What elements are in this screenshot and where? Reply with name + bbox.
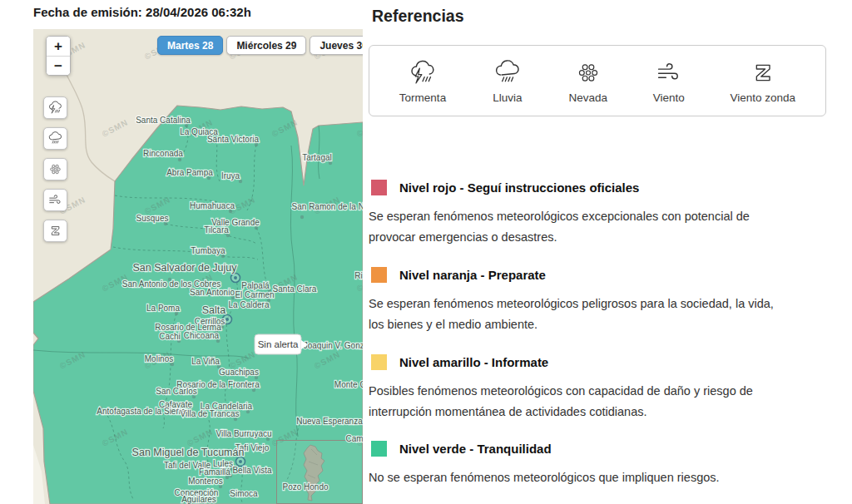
level-naranja-swatch (371, 267, 387, 283)
city-label-san-antonio: San Antonio (190, 288, 235, 297)
alert-level-naranja: Nivel naranja - PreparateSe esperan fenó… (369, 267, 835, 336)
alert-level-header: Nivel rojo - Seguí instrucciones oficial… (369, 180, 835, 195)
day-tab-martes-28[interactable]: Martes 28 (157, 36, 223, 55)
city-label-abra-pampa: Abra Pampa (166, 168, 213, 177)
city-label-joaquin-v-gonza: Joaquin V. Gonza (304, 341, 363, 350)
lluvia-filter-button[interactable] (43, 127, 67, 150)
city-label-ri: Ri (354, 271, 362, 280)
city-label-humahuaca: Humahuaca (190, 201, 235, 210)
emission-date: Fecha de emisión: 28/04/2026 06:32h (33, 5, 251, 19)
reference-item-viento: Viento (651, 58, 687, 104)
map-edge-sliver (33, 445, 45, 504)
city-label-tartagal: Tartagal (302, 153, 332, 162)
day-tab-mi-rcoles-29[interactable]: Miércoles 29 (226, 36, 306, 55)
viento-zonda-icon (47, 223, 63, 239)
reference-item-label: Tormenta (399, 91, 446, 104)
city-label-palpal: Palpalá (241, 281, 270, 290)
city-label-san-carlos: San Carlos (156, 387, 196, 396)
city-label-bella-vista: Bella Vista (232, 466, 272, 475)
reference-item-nevada: Nevada (569, 58, 608, 104)
level-rojo-description: Se esperan fenómenos meteorológicos exce… (369, 206, 789, 249)
lluvia-icon (47, 131, 63, 146)
references-title: Referencias (372, 7, 835, 26)
reference-item-label: Viento zonda (731, 91, 796, 104)
smn-watermark: ©SMN (101, 117, 130, 138)
city-label-susques: Susques (136, 214, 169, 223)
map-zoom-control: + − (46, 36, 71, 76)
viento-icon (47, 192, 63, 208)
city-label-pozo-hondo: Pozo Hondo (282, 482, 328, 492)
references-legend-box: TormentaLluviaNevadaVientoViento zonda (369, 45, 826, 116)
city-label-monte-q: Monte Q (334, 380, 363, 389)
weather-filter-buttons (43, 96, 67, 242)
zoom-out-button[interactable]: − (47, 56, 70, 75)
nevada-filter-button[interactable] (43, 158, 67, 180)
city-label-san-salvador-de-jujuy: San Salvador de Jujuy (132, 262, 237, 274)
alert-level-rojo: Nivel rojo - Seguí instrucciones oficial… (369, 180, 835, 249)
city-label-antofagasta-de-la-sierra: Antofagasta de la Sierra (97, 407, 186, 416)
city-label-guachipas: Guachipas (219, 368, 259, 377)
city-label-iruya: Iruya (221, 171, 240, 180)
city-label-chicoana: Chicoana (184, 331, 220, 340)
viento-icon (651, 58, 687, 87)
city-label-cam: Cam (345, 434, 363, 443)
city-label-santa-victoria: Santa Victoria (207, 135, 260, 144)
city-label-la-poma: La Poma (146, 304, 180, 313)
level-verde-title: Nivel verde - Tranquilidad (399, 442, 552, 456)
reference-item-label: Viento (653, 91, 685, 104)
map-canvas: ©SMN©SMN©SMN©SMN©SMN©SMN©SMN©SMN©SMN©SMN… (33, 29, 363, 504)
city-label-simoca: Simoca (230, 489, 258, 498)
city-label-aguilares: Aguilares (181, 495, 216, 504)
nevada-icon (570, 58, 607, 87)
argentina-inset-minimap (277, 441, 363, 504)
level-amarillo-description: Posibles fenómenos meteorológicos con ca… (369, 381, 789, 423)
level-rojo-swatch (371, 180, 387, 195)
weather-alert-map[interactable]: ©SMN©SMN©SMN©SMN©SMN©SMN©SMN©SMN©SMN©SMN… (33, 29, 363, 504)
lluvia-icon (489, 58, 526, 87)
city-label-nueva-esperanza: Nueva Esperanza (296, 417, 363, 426)
map-tooltip-text: Sin alerta (258, 339, 299, 349)
alert-level-header: Nivel verde - Tranquilidad (369, 441, 835, 457)
alert-level-header: Nivel naranja - Preparate (369, 267, 835, 283)
forecast-day-tabs: Martes 28Miércoles 29Jueves 30 (157, 36, 363, 55)
capital-marker-center (225, 318, 229, 321)
references-panel: Referencias TormentaLluviaNevadaVientoVi… (369, 0, 835, 504)
city-label-cachi: Cachi (159, 332, 181, 341)
city-label-san-miguel-de-tucum-n: San Miguel de Tucumán (132, 447, 245, 458)
city-label-monteros: Monteros (188, 477, 223, 486)
city-label-villa-burruyacu: Villa Burruyacu (215, 429, 271, 438)
capital-marker-center (234, 276, 237, 279)
city-label-santa-clara: Santa Clara (273, 284, 317, 294)
level-naranja-title: Nivel naranja - Preparate (399, 268, 546, 282)
city-label-tilcara: Tilcara (204, 225, 229, 235)
tormenta-icon (47, 100, 63, 116)
zoom-in-button[interactable]: + (47, 37, 70, 56)
capital-marker-center (239, 460, 242, 463)
level-naranja-description: Se esperan fenómenos meteorológicos peli… (369, 294, 789, 336)
alert-levels-list: Nivel rojo - Seguí instrucciones oficial… (369, 180, 835, 489)
viento-filter-button[interactable] (43, 189, 67, 211)
viento-zonda-filter-button[interactable] (43, 220, 67, 242)
city-label-la-caldera: La Caldera (229, 300, 270, 309)
day-tab-jueves-30[interactable]: Jueves 30 (310, 36, 363, 55)
city-label-famaill: Famaillá (199, 467, 230, 477)
reference-item-lluvia: Lluvia (489, 58, 526, 104)
city-label-la-vi-a: La Viña (191, 357, 220, 366)
reference-item-label: Lluvia (493, 91, 522, 104)
city-label-san-ramon-de-la-nu: San Ramon de la Nu (292, 202, 363, 211)
tormenta-filter-button[interactable] (43, 96, 67, 119)
city-marker-dot (178, 158, 181, 161)
city-label-molinos: Molinos (145, 354, 173, 363)
level-verde-swatch (371, 441, 387, 457)
viento-zonda-icon (745, 58, 781, 87)
level-verde-description: No se esperan fenómenos meteorológicos q… (369, 467, 789, 488)
alert-level-verde: Nivel verde - TranquilidadNo se esperan … (369, 441, 835, 488)
alert-level-amarillo: Nivel amarillo - InformatePosibles fenóm… (369, 354, 835, 423)
level-amarillo-title: Nivel amarillo - Informate (399, 355, 548, 369)
reference-item-label: Nevada (569, 91, 608, 104)
city-label-santa-catalina: Santa Catalina (136, 116, 191, 125)
level-rojo-title: Nivel rojo - Seguí instrucciones oficial… (399, 180, 639, 195)
tooltip-layer: Sin alerta (255, 334, 308, 354)
city-label-rinconada: Rinconada (143, 149, 183, 158)
level-amarillo-swatch (371, 354, 387, 370)
